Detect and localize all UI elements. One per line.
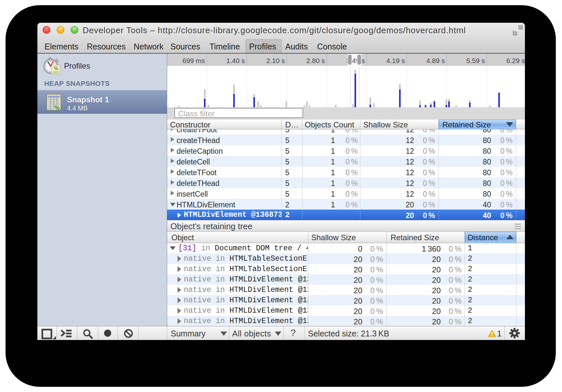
svg-text:%: % xyxy=(55,105,60,111)
svg-text:%: % xyxy=(54,66,58,71)
